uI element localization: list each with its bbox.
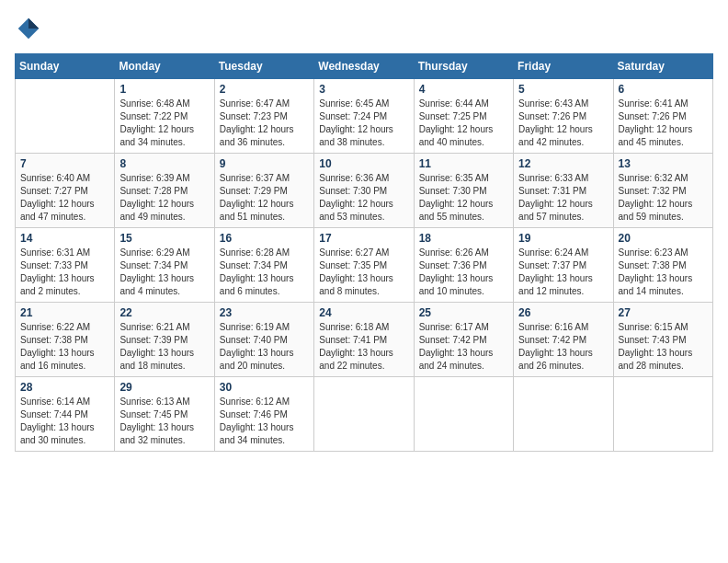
cell-content: Sunrise: 6:44 AMSunset: 7:25 PMDaylight:…	[419, 98, 508, 149]
col-header-wednesday: Wednesday	[314, 54, 414, 79]
day-number: 6	[619, 83, 708, 96]
cell-content: Sunrise: 6:31 AMSunset: 7:33 PMDaylight:…	[20, 247, 109, 298]
cell-content: Sunrise: 6:26 AMSunset: 7:36 PMDaylight:…	[419, 247, 508, 298]
calendar-week-row: 21Sunrise: 6:22 AMSunset: 7:38 PMDayligh…	[16, 303, 713, 377]
day-number: 25	[419, 306, 508, 319]
calendar-cell: 2Sunrise: 6:47 AMSunset: 7:23 PMDaylight…	[214, 79, 313, 154]
cell-content: Sunrise: 6:12 AMSunset: 7:46 PMDaylight:…	[220, 396, 309, 447]
calendar-week-row: 1Sunrise: 6:48 AMSunset: 7:22 PMDaylight…	[16, 79, 713, 154]
cell-content: Sunrise: 6:16 AMSunset: 7:42 PMDaylight:…	[518, 321, 608, 373]
calendar-week-row: 7Sunrise: 6:40 AMSunset: 7:27 PMDaylight…	[16, 154, 713, 228]
day-number: 29	[119, 381, 209, 394]
day-number: 20	[619, 232, 708, 245]
calendar-cell: 19Sunrise: 6:24 AMSunset: 7:37 PMDayligh…	[514, 228, 613, 303]
col-header-sunday: Sunday	[16, 54, 115, 79]
calendar-cell: 6Sunrise: 6:41 AMSunset: 7:26 PMDaylight…	[613, 79, 712, 154]
cell-content: Sunrise: 6:17 AMSunset: 7:42 PMDaylight:…	[419, 321, 508, 373]
day-number: 5	[518, 83, 608, 96]
calendar-cell: 12Sunrise: 6:33 AMSunset: 7:31 PMDayligh…	[514, 154, 613, 228]
calendar-cell: 30Sunrise: 6:12 AMSunset: 7:46 PMDayligh…	[214, 377, 313, 452]
calendar-cell: 26Sunrise: 6:16 AMSunset: 7:42 PMDayligh…	[514, 303, 613, 377]
cell-content: Sunrise: 6:33 AMSunset: 7:31 PMDaylight:…	[518, 172, 608, 224]
calendar-cell: 7Sunrise: 6:40 AMSunset: 7:27 PMDaylight…	[16, 154, 115, 228]
day-number: 22	[119, 306, 209, 319]
calendar-table: SundayMondayTuesdayWednesdayThursdayFrid…	[15, 53, 713, 452]
calendar-cell: 10Sunrise: 6:36 AMSunset: 7:30 PMDayligh…	[314, 154, 414, 228]
cell-content: Sunrise: 6:28 AMSunset: 7:34 PMDaylight:…	[220, 247, 309, 298]
calendar-cell: 22Sunrise: 6:21 AMSunset: 7:39 PMDayligh…	[115, 303, 214, 377]
calendar-cell: 27Sunrise: 6:15 AMSunset: 7:43 PMDayligh…	[613, 303, 712, 377]
calendar-cell: 23Sunrise: 6:19 AMSunset: 7:40 PMDayligh…	[214, 303, 313, 377]
calendar-cell: 21Sunrise: 6:22 AMSunset: 7:38 PMDayligh…	[16, 303, 115, 377]
cell-content: Sunrise: 6:14 AMSunset: 7:44 PMDaylight:…	[20, 396, 109, 447]
logo-icon	[15, 15, 42, 42]
calendar-week-row: 28Sunrise: 6:14 AMSunset: 7:44 PMDayligh…	[16, 377, 713, 452]
cell-content: Sunrise: 6:45 AMSunset: 7:24 PMDaylight:…	[319, 98, 408, 149]
day-number: 27	[619, 306, 708, 319]
cell-content: Sunrise: 6:43 AMSunset: 7:26 PMDaylight:…	[518, 98, 608, 149]
logo	[15, 15, 46, 42]
cell-content: Sunrise: 6:21 AMSunset: 7:39 PMDaylight:…	[119, 321, 209, 373]
day-number: 11	[419, 157, 508, 170]
day-number: 16	[220, 232, 309, 245]
day-number: 10	[319, 157, 408, 170]
cell-content: Sunrise: 6:29 AMSunset: 7:34 PMDaylight:…	[119, 247, 209, 298]
day-number: 18	[419, 232, 508, 245]
calendar-cell: 3Sunrise: 6:45 AMSunset: 7:24 PMDaylight…	[314, 79, 414, 154]
calendar-cell: 15Sunrise: 6:29 AMSunset: 7:34 PMDayligh…	[115, 228, 214, 303]
day-number: 3	[319, 83, 408, 96]
day-number: 30	[220, 381, 309, 394]
cell-content: Sunrise: 6:19 AMSunset: 7:40 PMDaylight:…	[220, 321, 309, 373]
cell-content: Sunrise: 6:27 AMSunset: 7:35 PMDaylight:…	[319, 247, 408, 298]
day-number: 1	[119, 83, 209, 96]
calendar-cell: 16Sunrise: 6:28 AMSunset: 7:34 PMDayligh…	[214, 228, 313, 303]
day-number: 8	[119, 157, 209, 170]
calendar-cell: 11Sunrise: 6:35 AMSunset: 7:30 PMDayligh…	[414, 154, 513, 228]
col-header-tuesday: Tuesday	[214, 54, 313, 79]
cell-content: Sunrise: 6:35 AMSunset: 7:30 PMDaylight:…	[419, 172, 508, 224]
calendar-cell: 29Sunrise: 6:13 AMSunset: 7:45 PMDayligh…	[115, 377, 214, 452]
calendar-cell: 20Sunrise: 6:23 AMSunset: 7:38 PMDayligh…	[613, 228, 712, 303]
cell-content: Sunrise: 6:40 AMSunset: 7:27 PMDaylight:…	[20, 172, 109, 224]
cell-content: Sunrise: 6:15 AMSunset: 7:43 PMDaylight:…	[619, 321, 708, 373]
cell-content: Sunrise: 6:41 AMSunset: 7:26 PMDaylight:…	[619, 98, 708, 149]
calendar-header-row: SundayMondayTuesdayWednesdayThursdayFrid…	[16, 54, 713, 79]
page-header	[15, 15, 713, 42]
calendar-cell: 18Sunrise: 6:26 AMSunset: 7:36 PMDayligh…	[414, 228, 513, 303]
col-header-friday: Friday	[514, 54, 613, 79]
day-number: 24	[319, 306, 408, 319]
col-header-saturday: Saturday	[613, 54, 712, 79]
day-number: 19	[518, 232, 608, 245]
calendar-cell: 9Sunrise: 6:37 AMSunset: 7:29 PMDaylight…	[214, 154, 313, 228]
cell-content: Sunrise: 6:37 AMSunset: 7:29 PMDaylight:…	[220, 172, 309, 224]
col-header-monday: Monday	[115, 54, 214, 79]
cell-content: Sunrise: 6:13 AMSunset: 7:45 PMDaylight:…	[119, 396, 209, 447]
day-number: 13	[619, 157, 708, 170]
calendar-cell: 25Sunrise: 6:17 AMSunset: 7:42 PMDayligh…	[414, 303, 513, 377]
day-number: 12	[518, 157, 608, 170]
day-number: 15	[119, 232, 209, 245]
calendar-cell	[613, 377, 712, 452]
calendar-cell	[16, 79, 115, 154]
day-number: 4	[419, 83, 508, 96]
day-number: 23	[220, 306, 309, 319]
calendar-cell: 4Sunrise: 6:44 AMSunset: 7:25 PMDaylight…	[414, 79, 513, 154]
cell-content: Sunrise: 6:32 AMSunset: 7:32 PMDaylight:…	[619, 172, 708, 224]
cell-content: Sunrise: 6:39 AMSunset: 7:28 PMDaylight:…	[119, 172, 209, 224]
day-number: 26	[518, 306, 608, 319]
calendar-week-row: 14Sunrise: 6:31 AMSunset: 7:33 PMDayligh…	[16, 228, 713, 303]
calendar-cell: 24Sunrise: 6:18 AMSunset: 7:41 PMDayligh…	[314, 303, 414, 377]
day-number: 2	[220, 83, 309, 96]
day-number: 17	[319, 232, 408, 245]
calendar-cell: 1Sunrise: 6:48 AMSunset: 7:22 PMDaylight…	[115, 79, 214, 154]
calendar-cell: 5Sunrise: 6:43 AMSunset: 7:26 PMDaylight…	[514, 79, 613, 154]
day-number: 7	[20, 157, 109, 170]
calendar-cell	[414, 377, 513, 452]
calendar-cell	[514, 377, 613, 452]
cell-content: Sunrise: 6:48 AMSunset: 7:22 PMDaylight:…	[119, 98, 209, 149]
calendar-cell: 8Sunrise: 6:39 AMSunset: 7:28 PMDaylight…	[115, 154, 214, 228]
col-header-thursday: Thursday	[414, 54, 513, 79]
cell-content: Sunrise: 6:36 AMSunset: 7:30 PMDaylight:…	[319, 172, 408, 224]
cell-content: Sunrise: 6:47 AMSunset: 7:23 PMDaylight:…	[220, 98, 309, 149]
day-number: 28	[20, 381, 109, 394]
